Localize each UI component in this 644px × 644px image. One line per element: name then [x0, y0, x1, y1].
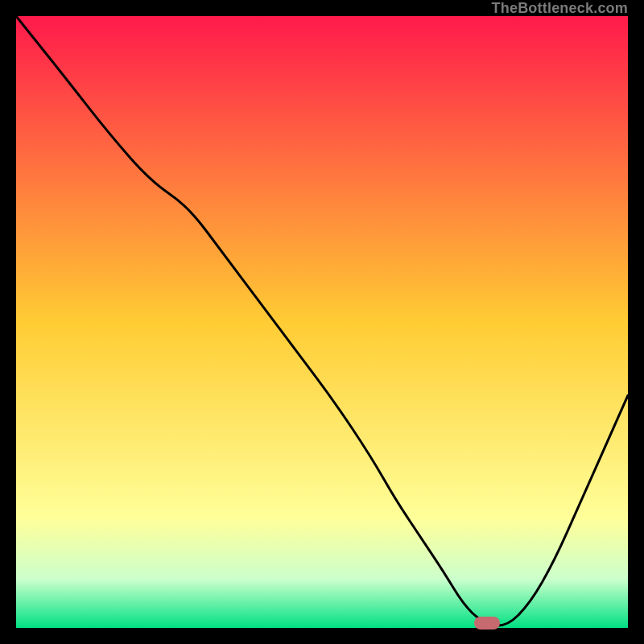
chart-frame	[16, 16, 628, 628]
gradient-background	[16, 16, 628, 628]
bottleneck-chart	[16, 16, 628, 628]
optimal-marker	[474, 617, 500, 630]
watermark-text: TheBottleneck.com	[492, 0, 628, 16]
